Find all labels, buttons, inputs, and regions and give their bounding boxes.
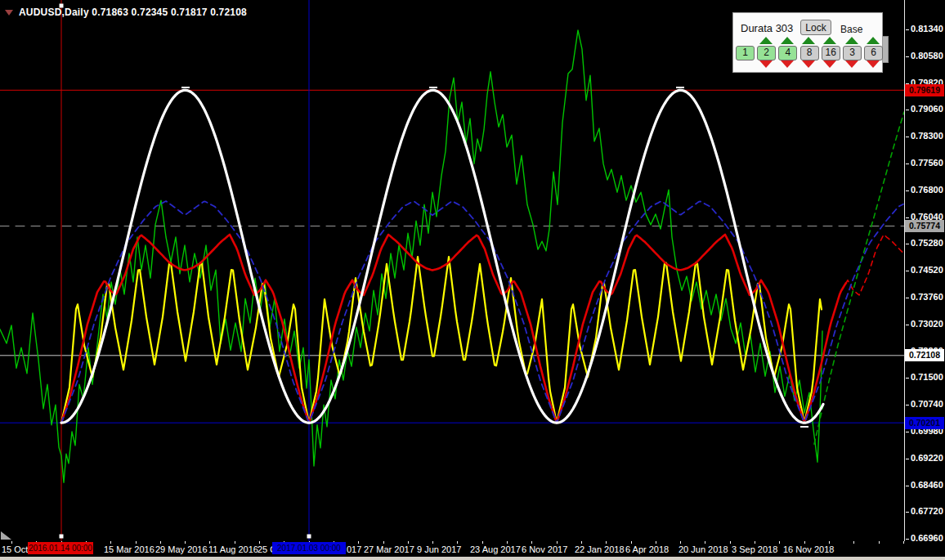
price-label: 0.74520 xyxy=(911,265,943,275)
price-chip: 0.72108 xyxy=(905,349,944,361)
harmonic-down-icon[interactable] xyxy=(867,60,880,68)
cycle-blue-line xyxy=(61,201,903,423)
harmonic-down-icon[interactable] xyxy=(845,60,858,68)
price-label: 0.75280 xyxy=(911,238,943,248)
time-tick xyxy=(235,541,235,544)
time-tick xyxy=(160,541,161,544)
time-label: 3 Sep 2018 xyxy=(732,544,777,554)
cycle-yellow-line xyxy=(61,257,822,423)
price-label: 0.73020 xyxy=(911,319,943,329)
symbol-menu-icon[interactable] xyxy=(5,10,13,16)
time-label: 017 xyxy=(347,544,361,554)
line-handle-square[interactable] xyxy=(307,535,311,539)
cycle-panel: Durata 303 Lock Base 12481636 xyxy=(732,12,883,73)
price-label: 0.69220 xyxy=(911,453,943,463)
price-tick xyxy=(906,432,909,432)
cycle-peak-tick xyxy=(676,87,684,88)
time-label: 15 Mar 2016 xyxy=(104,544,155,554)
base-label: Base xyxy=(840,24,862,35)
harmonic-button-4[interactable]: 4 xyxy=(778,46,797,60)
window-resize-bar[interactable] xyxy=(0,557,945,560)
price-chip: 0.70201 xyxy=(905,417,944,429)
harmonic-down-icon[interactable] xyxy=(759,60,773,68)
time-label: 27 Mar 2017 xyxy=(364,544,414,554)
time-label: 11 Aug 2016 xyxy=(208,544,258,554)
time-chip: 2017.01.03 00:00 xyxy=(272,542,346,554)
projection-green-line xyxy=(814,112,904,444)
time-tick xyxy=(779,541,780,544)
harmonic-up-icon[interactable] xyxy=(823,37,836,44)
price-chip: 0.75774 xyxy=(905,220,944,232)
harmonic-down-icon[interactable] xyxy=(823,60,836,68)
price-tick xyxy=(906,110,909,110)
price-tick xyxy=(906,244,909,244)
harmonic-button-3[interactable]: 3 xyxy=(843,46,862,60)
time-tick xyxy=(482,541,483,544)
harmonic-up-icon[interactable] xyxy=(759,37,773,44)
time-tick xyxy=(606,541,607,544)
time-label: 29 May 2016 xyxy=(155,544,208,554)
price-tick xyxy=(906,378,909,379)
harmonic-up-icon[interactable] xyxy=(802,37,815,44)
price-label: 0.70740 xyxy=(911,399,943,409)
time-tick xyxy=(903,541,904,544)
price-axis[interactable]: 0.813400.805800.798200.790600.783000.775… xyxy=(904,0,945,541)
harmonic-up-icon[interactable] xyxy=(781,37,794,44)
time-tick xyxy=(804,541,805,544)
price-label: 0.80580 xyxy=(911,51,943,60)
price-tick xyxy=(906,512,909,513)
price-tick xyxy=(906,298,909,298)
price-tick xyxy=(906,137,909,137)
time-label: 6 Apr 2018 xyxy=(625,544,669,554)
price-tick xyxy=(906,459,909,459)
chart-title: AUDUSD,Daily 0.71863 0.72345 0.71817 0.7… xyxy=(19,7,247,18)
price-tick xyxy=(906,56,909,57)
price-label: 0.73760 xyxy=(911,292,943,302)
harmonic-button-6[interactable]: 6 xyxy=(864,46,883,60)
cycle-peak-tick xyxy=(800,426,808,428)
harmonic-button-2[interactable]: 2 xyxy=(757,46,776,60)
lock-button[interactable]: Lock xyxy=(800,20,831,35)
time-tick xyxy=(829,541,830,544)
price-tick xyxy=(906,164,909,164)
time-tick xyxy=(432,541,433,544)
time-tick xyxy=(209,541,210,544)
time-label: 22 Jan 2018 xyxy=(575,544,625,554)
harmonic-up-icon[interactable] xyxy=(867,37,880,44)
chart-window: AUDUSD,Daily 0.71863 0.72345 0.71817 0.7… xyxy=(0,0,945,560)
time-tick xyxy=(136,541,137,544)
price-label: 0.78300 xyxy=(911,131,943,141)
cycle-peak-tick xyxy=(429,87,437,88)
harmonic-button-8[interactable]: 8 xyxy=(800,46,819,60)
price-tick xyxy=(906,405,909,405)
time-tick xyxy=(680,541,681,544)
harmonic-button-1[interactable]: 1 xyxy=(736,46,755,60)
harmonic-down-icon[interactable] xyxy=(802,60,815,68)
time-tick xyxy=(705,541,705,544)
time-tick xyxy=(581,541,582,544)
time-label: 20 Jun 2018 xyxy=(679,544,728,554)
time-tick xyxy=(110,541,111,544)
price-tick xyxy=(906,190,909,191)
price-tick xyxy=(906,325,909,325)
price-tick xyxy=(906,271,909,271)
time-axis[interactable]: 15 Oct 215 Mar 201629 May 201611 Aug 201… xyxy=(0,541,906,557)
harmonic-up-icon[interactable] xyxy=(845,37,858,44)
price-label: 0.81340 xyxy=(911,24,943,34)
line-handle-square[interactable] xyxy=(60,535,64,539)
price-label: 0.66960 xyxy=(911,533,943,543)
time-chip: 2016.01.14 00:00 xyxy=(28,542,93,554)
harmonic-down-icon[interactable] xyxy=(781,60,794,68)
price-chart-canvas[interactable] xyxy=(0,0,945,560)
price-tick xyxy=(906,539,909,540)
time-tick xyxy=(457,541,458,544)
time-tick xyxy=(358,541,359,544)
price-label: 0.68460 xyxy=(911,480,943,490)
price-tick xyxy=(906,29,909,30)
price-label: 0.77560 xyxy=(911,158,943,168)
time-label: 16 Nov 2018 xyxy=(783,544,834,554)
title-bar: AUDUSD,Daily 0.71863 0.72345 0.71817 0.7… xyxy=(5,7,247,18)
time-tick xyxy=(631,541,632,544)
harmonic-button-16[interactable]: 16 xyxy=(822,46,840,60)
time-tick xyxy=(383,541,384,544)
